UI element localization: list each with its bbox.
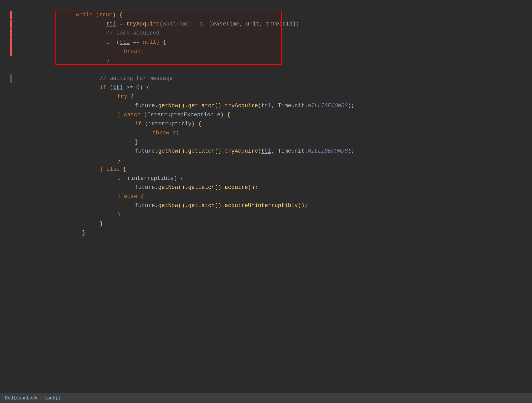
editor-container: while (true) { ttl = tryAcquire(waitTime… [0,0,532,403]
code-line: if (ttl == null) { [23,29,532,38]
code-line: } [23,210,532,219]
line-gutter [0,0,15,393]
code-line: } [23,129,532,138]
breadcrumb-method: lock() [44,396,61,401]
code-line: } catch (InterruptedException e) { [23,101,532,110]
code-line: future.getNow().getLatch().acquire(); [23,174,532,183]
code-line: } else { [23,183,532,192]
breadcrumb-class: RedissonLock [5,396,38,401]
code-line: future.getNow().getLatch().acquireUninte… [23,192,532,201]
code-line: } [23,147,532,156]
code-line: if (interruptibly) { [23,110,532,120]
code-line: future.getNow().getLatch().tryAcquire(tt… [23,92,532,101]
code-area: while (true) { ttl = tryAcquire(waitTime… [0,0,532,393]
code-line: // lock acquired [23,20,532,29]
code-line: } else { [23,156,532,165]
code-line: future.getNow().getLatch().tryAcquire(tt… [23,138,532,147]
status-bar: RedissonLock › lock() [0,393,532,403]
code-line: break; [23,38,532,47]
code-line [23,56,532,65]
code-line: // waiting for message [23,65,532,74]
breadcrumb-separator: › [40,396,43,401]
code-line: } [23,201,532,210]
code-line: throw e; [23,120,532,129]
code-line: if (interruptibly) { [23,165,532,174]
code-line: while (true) { [23,2,532,11]
code-line: try { [23,83,532,92]
code-line: } [23,47,532,56]
code-line: ttl = tryAcquire(waitTime: -1, leaseTime… [23,11,532,20]
code-line: } [23,219,532,228]
code-line: if (ttl >= 0) { [23,74,532,83]
code-content: while (true) { ttl = tryAcquire(waitTime… [15,0,532,393]
